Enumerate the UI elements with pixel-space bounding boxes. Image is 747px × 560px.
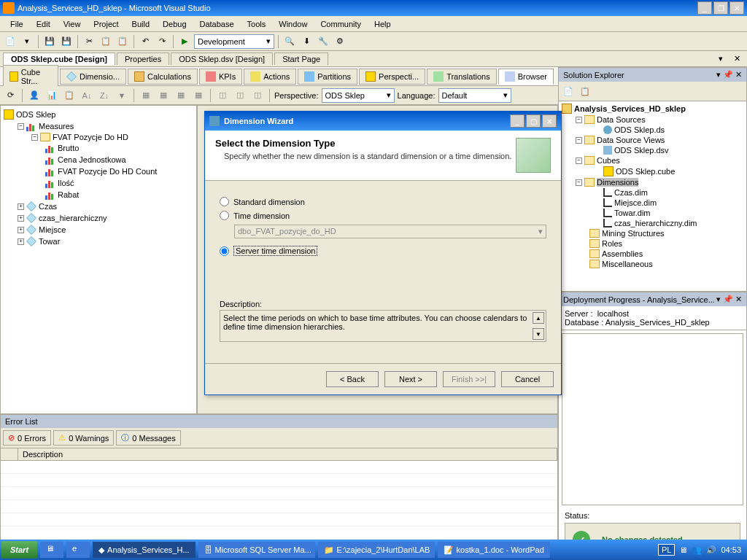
task-wordpad[interactable]: 📝kostka_1.doc - WordPad	[438, 542, 550, 558]
expander-icon[interactable]: −	[18, 123, 24, 130]
panel-close-icon[interactable]: ✕	[735, 70, 742, 79]
tree-measure-item[interactable]: Ilość	[58, 179, 74, 187]
menu-help[interactable]: Help	[368, 18, 397, 30]
copy-icon[interactable]: 📋	[98, 34, 113, 49]
sol-cube-item[interactable]: ODS Sklep.cube	[616, 167, 675, 176]
sol-dim-item[interactable]: Towar.dim	[614, 209, 651, 217]
tree-measure-item[interactable]: Cena Jednostkowa	[58, 155, 126, 164]
cancel-button[interactable]: Cancel	[501, 371, 554, 387]
tab-close-icon[interactable]: ✕	[729, 52, 744, 66]
menu-tools[interactable]: Tools	[241, 18, 272, 30]
solution-tree[interactable]: Analysis_Services_HD_sklep −Data Sources…	[559, 101, 746, 291]
new-project-icon[interactable]: 📄	[3, 34, 18, 49]
expander-icon[interactable]: −	[576, 158, 582, 164]
expander-icon[interactable]: +	[18, 215, 24, 222]
cut-icon[interactable]: ✂	[82, 34, 96, 49]
tab-cube-design[interactable]: ODS Sklep.cube [Design]	[3, 52, 115, 65]
scroll-down-icon[interactable]: ▼	[533, 328, 544, 340]
sol-assemblies[interactable]: Assemblies	[602, 249, 643, 258]
subtab-translations[interactable]: Translations	[427, 69, 497, 85]
subtab-partitions[interactable]: Partitions	[298, 69, 357, 85]
add-item-icon[interactable]: ▾	[20, 34, 34, 49]
errors-filter-button[interactable]: ⊘0 Errors	[3, 430, 51, 446]
error-col-description[interactable]: Description	[18, 448, 557, 460]
sol-misc[interactable]: Miscellaneous	[602, 260, 653, 268]
tab-properties[interactable]: Properties	[117, 52, 169, 65]
tb-c1-icon[interactable]: ◫	[215, 88, 230, 103]
tree-dim[interactable]: Towar	[39, 237, 60, 246]
back-button[interactable]: < Back	[326, 371, 379, 387]
radio-time-dimension[interactable]: Time dimension	[220, 211, 546, 220]
task-vs[interactable]: ◆Analysis_Services_H...	[93, 542, 196, 558]
menu-window[interactable]: Window	[273, 18, 313, 30]
lang-indicator[interactable]: PL	[658, 544, 675, 556]
menu-file[interactable]: File	[4, 18, 29, 30]
dialog-maximize-button[interactable]: ▢	[526, 114, 541, 128]
sol-ds-item[interactable]: ODS Sklep.ds	[614, 125, 665, 134]
messages-filter-button[interactable]: ⓘ0 Messages	[116, 430, 180, 446]
quicklaunch-ie[interactable]: e	[66, 542, 90, 558]
sol-cubes[interactable]: Cubes	[597, 156, 620, 165]
tb-g1-icon[interactable]: ▦	[139, 88, 153, 103]
task-explorer[interactable]: 📁E:\zajecia_2\HurtDan\LAB	[318, 542, 435, 558]
menu-debug[interactable]: Debug	[157, 18, 192, 30]
panel-close-icon[interactable]: ✕	[735, 295, 742, 303]
sort-asc-icon[interactable]: A↓	[80, 88, 94, 103]
dialog-close-button[interactable]: ✕	[542, 114, 557, 128]
tree-measure-item[interactable]: Rabat	[58, 190, 79, 199]
redo-icon[interactable]: ↷	[155, 34, 169, 49]
close-button[interactable]: ✕	[729, 1, 744, 15]
expander-icon[interactable]: +	[18, 238, 24, 245]
expander-icon[interactable]: −	[576, 137, 582, 144]
tree-measure-group[interactable]: FVAT Pozycje Do HD	[53, 133, 128, 141]
undo-icon[interactable]: ↶	[138, 34, 152, 49]
save-all-icon[interactable]: 💾	[59, 34, 74, 49]
start-button[interactable]: Start	[1, 541, 37, 559]
menu-build[interactable]: Build	[126, 18, 155, 30]
tool2-icon[interactable]: ⚙	[333, 34, 347, 49]
warnings-filter-button[interactable]: ⚠0 Warnings	[53, 430, 114, 446]
tree-measure-item[interactable]: Brutto	[58, 144, 79, 152]
process-icon[interactable]: ⟳	[3, 88, 18, 103]
tree-measure-item[interactable]: FVAT Pozycje Do HD Count	[58, 167, 157, 176]
sol-dim-item[interactable]: Czas.dim	[614, 188, 648, 197]
menu-project[interactable]: Project	[88, 18, 124, 30]
radio-server-time-dimension[interactable]: Server time dimension	[220, 246, 546, 256]
tree-dim[interactable]: czas_hierarchiczny	[39, 214, 107, 222]
tb-1-icon[interactable]: 👤	[27, 88, 42, 103]
tree-measures[interactable]: Measures	[39, 122, 74, 131]
expander-icon[interactable]: +	[18, 203, 24, 210]
expander-icon[interactable]: −	[31, 134, 38, 141]
tab-dropdown-icon[interactable]: ▾	[713, 52, 728, 66]
find-icon[interactable]: 🔍	[282, 34, 297, 49]
tb-3-icon[interactable]: 📋	[62, 88, 77, 103]
start-icon[interactable]: ▶	[177, 34, 192, 49]
scroll-up-icon[interactable]: ▲	[533, 312, 544, 324]
sol-mining[interactable]: Mining Structures	[602, 229, 665, 238]
expander-icon[interactable]: −	[576, 117, 582, 123]
cube-browser-tree[interactable]: ODS Sklep −Measures −FVAT Pozycje Do HD …	[0, 105, 197, 414]
next-button[interactable]: Next >	[384, 371, 437, 387]
sol-dim-item[interactable]: czas_hierarchiczny.dim	[614, 219, 697, 228]
quicklaunch-desktop[interactable]: 🖥	[40, 542, 63, 558]
menu-edit[interactable]: Edit	[31, 18, 56, 30]
tree-dim[interactable]: Miejsce	[39, 225, 66, 234]
menu-view[interactable]: View	[58, 18, 87, 30]
sol-dim-item[interactable]: Miejsce.dim	[614, 198, 657, 207]
language-dropdown[interactable]: Default▾	[438, 88, 511, 103]
expander-icon[interactable]: +	[18, 227, 24, 233]
tb-g3-icon[interactable]: ▦	[174, 88, 188, 103]
tb-c2-icon[interactable]: ◫	[233, 88, 247, 103]
sol-dimensions[interactable]: Dimensions	[597, 178, 638, 187]
show-all-icon[interactable]: 📋	[578, 84, 592, 98]
minimize-button[interactable]: _	[697, 1, 712, 15]
restore-button[interactable]: ❐	[713, 1, 728, 15]
task-ssms[interactable]: 🗄Microsoft SQL Server Ma...	[198, 542, 315, 558]
menu-community[interactable]: Community	[314, 18, 367, 30]
expander-icon[interactable]: −	[576, 179, 582, 186]
subtab-browser[interactable]: Browser	[498, 69, 554, 85]
sol-dsv-item[interactable]: ODS Sklep.dsv	[614, 146, 669, 155]
save-icon[interactable]: 💾	[42, 34, 57, 49]
panel-dropdown-icon[interactable]: ▾	[716, 295, 721, 303]
tray-icon[interactable]: 👥	[692, 545, 702, 555]
